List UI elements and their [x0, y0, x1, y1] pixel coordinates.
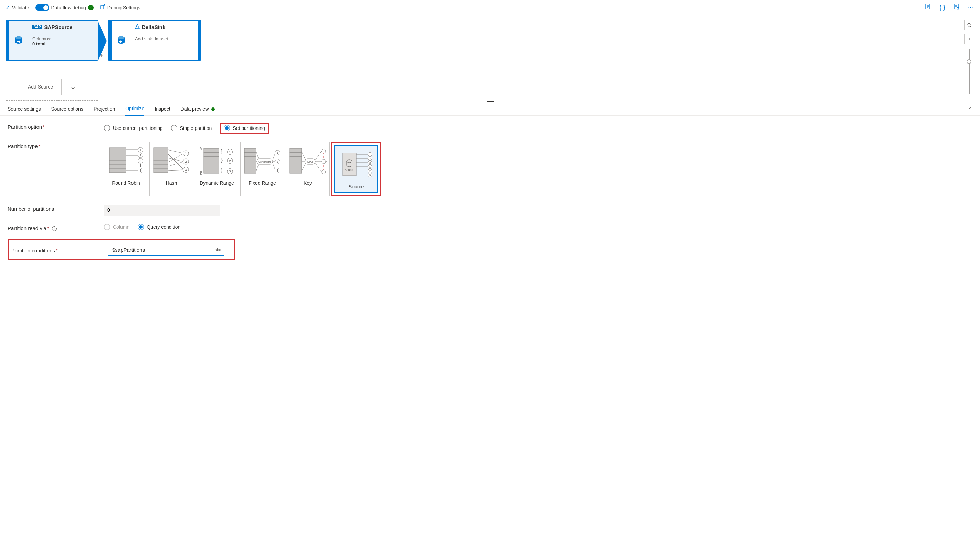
- svg-rect-92: [290, 153, 301, 157]
- svg-line-104: [315, 163, 322, 172]
- node-stripe: [6, 21, 9, 60]
- svg-line-82: [273, 153, 275, 160]
- svg-text:2: 2: [369, 157, 371, 160]
- svg-rect-95: [290, 165, 301, 169]
- partition-conditions-field[interactable]: abc: [108, 244, 224, 256]
- svg-text:1: 1: [276, 151, 278, 154]
- radio-label: Query condition: [147, 224, 180, 230]
- dataflow-debug-label: Data flow debug: [51, 5, 86, 10]
- svg-rect-61: [204, 169, 219, 173]
- svg-point-12: [118, 36, 124, 39]
- svg-rect-93: [290, 157, 301, 161]
- svg-text:3: 3: [185, 168, 187, 172]
- zoom-slider[interactable]: [969, 49, 970, 94]
- dataflow-canvas[interactable]: SAP SAPSource Columns: 0 total +: [0, 15, 980, 101]
- svg-point-105: [322, 149, 326, 153]
- columns-value: 0 total: [32, 41, 46, 46]
- script-icon[interactable]: [924, 3, 933, 12]
- zoom-thumb[interactable]: [967, 59, 972, 64]
- settings-tabs: Source settings Source options Projectio…: [0, 102, 980, 116]
- more-icon[interactable]: ···: [967, 3, 975, 12]
- svg-line-45: [168, 170, 184, 171]
- tab-optimize[interactable]: Optimize: [125, 106, 144, 116]
- svg-rect-74: [244, 161, 256, 165]
- svg-text:1: 1: [369, 165, 371, 168]
- ptype-dynamic-range[interactable]: A Z }}} 123: [195, 142, 239, 196]
- svg-rect-94: [290, 161, 301, 165]
- status-ok-icon: ✓: [88, 5, 93, 10]
- svg-text:Source: Source: [345, 168, 355, 172]
- ptype-source[interactable]: Source 123: [334, 145, 378, 193]
- ptype-hash[interactable]: 123 Hash: [149, 142, 193, 196]
- svg-rect-56: [204, 148, 219, 153]
- radio-query-condition[interactable]: Query condition: [138, 224, 180, 230]
- radio-single-partition[interactable]: Single partition: [171, 125, 212, 131]
- radio-label: Use current partitioning: [113, 125, 163, 131]
- partition-conditions-input[interactable]: [111, 247, 213, 253]
- svg-point-10: [15, 36, 22, 39]
- delta-icon: [135, 24, 140, 30]
- partition-option-label: Partition option: [8, 124, 42, 130]
- zoom-fit-button[interactable]: [964, 20, 975, 30]
- svg-rect-111: [342, 153, 356, 176]
- svg-rect-59: [204, 161, 219, 165]
- svg-text:1: 1: [229, 150, 231, 154]
- settings-list-icon[interactable]: [952, 3, 961, 12]
- highlight-set-partitioning: Set partitioning: [220, 123, 268, 134]
- svg-rect-17: [110, 156, 126, 160]
- svg-rect-35: [154, 152, 168, 156]
- svg-rect-36: [154, 156, 168, 160]
- radio-use-current-partitioning[interactable]: Use current partitioning: [104, 125, 163, 131]
- radio-set-partitioning[interactable]: Set partitioning: [224, 125, 265, 131]
- svg-rect-75: [244, 165, 256, 169]
- svg-line-81: [256, 164, 259, 171]
- source-partition-icon: Source 123: [336, 148, 376, 182]
- svg-text:n: n: [326, 160, 327, 164]
- tab-source-options[interactable]: Source options: [51, 106, 83, 115]
- ptype-round-robin[interactable]: 12 3⋮3 Round Robin: [104, 142, 148, 196]
- node-stripe: [198, 21, 200, 60]
- collapse-panel-button[interactable]: ⌃: [968, 107, 972, 112]
- abc-badge: abc: [215, 248, 221, 252]
- ptype-key[interactable]: Keys n Key: [286, 142, 330, 196]
- num-partitions-input[interactable]: [104, 205, 220, 216]
- source-node[interactable]: SAP SAPSource Columns: 0 total: [5, 20, 98, 61]
- debug-settings-button[interactable]: Debug Settings: [100, 4, 141, 11]
- debug-settings-label: Debug Settings: [107, 5, 141, 10]
- tab-inspect[interactable]: Inspect: [155, 106, 170, 115]
- chevron-down-icon: ⌄: [70, 82, 76, 91]
- toggle-icon: [36, 4, 49, 11]
- sink-node[interactable]: DeltaSink Add sink dataset: [108, 20, 201, 61]
- tab-source-settings[interactable]: Source settings: [8, 106, 41, 115]
- sink-node-title: DeltaSink: [142, 24, 165, 30]
- svg-text:}: }: [221, 157, 223, 162]
- svg-rect-58: [204, 157, 219, 161]
- dataflow-debug-toggle[interactable]: Data flow debug ✓: [36, 4, 93, 11]
- highlight-partition-conditions: Partition conditions* abc: [8, 240, 235, 260]
- validate-button[interactable]: ✓ Validate: [5, 4, 29, 11]
- info-icon[interactable]: i: [52, 226, 57, 231]
- add-transform-button[interactable]: +: [97, 20, 106, 61]
- divider: [61, 79, 62, 95]
- svg-line-40: [168, 150, 184, 153]
- svg-text:2: 2: [369, 169, 371, 172]
- svg-rect-16: [110, 152, 126, 156]
- svg-rect-76: [244, 169, 256, 173]
- zoom-in-button[interactable]: +: [964, 34, 975, 44]
- svg-line-99: [301, 151, 306, 160]
- tab-data-preview[interactable]: Data preview: [181, 106, 215, 115]
- svg-rect-34: [154, 148, 168, 152]
- svg-line-101: [301, 163, 306, 171]
- svg-point-106: [322, 159, 326, 164]
- add-source-label: Add Source: [28, 84, 53, 90]
- svg-rect-0: [100, 5, 104, 9]
- dynamic-range-icon: A Z }}} 123: [197, 144, 237, 179]
- add-source-button[interactable]: Add Source ⌄: [5, 73, 98, 100]
- num-partitions-label: Number of partitions: [8, 206, 54, 212]
- svg-rect-19: [110, 164, 126, 168]
- braces-icon[interactable]: { }: [938, 3, 947, 12]
- ptype-fixed-range[interactable]: Conditions 123 Fixed Range: [240, 142, 284, 196]
- tab-projection[interactable]: Projection: [93, 106, 115, 115]
- svg-rect-96: [290, 169, 301, 173]
- svg-text:2: 2: [276, 160, 278, 163]
